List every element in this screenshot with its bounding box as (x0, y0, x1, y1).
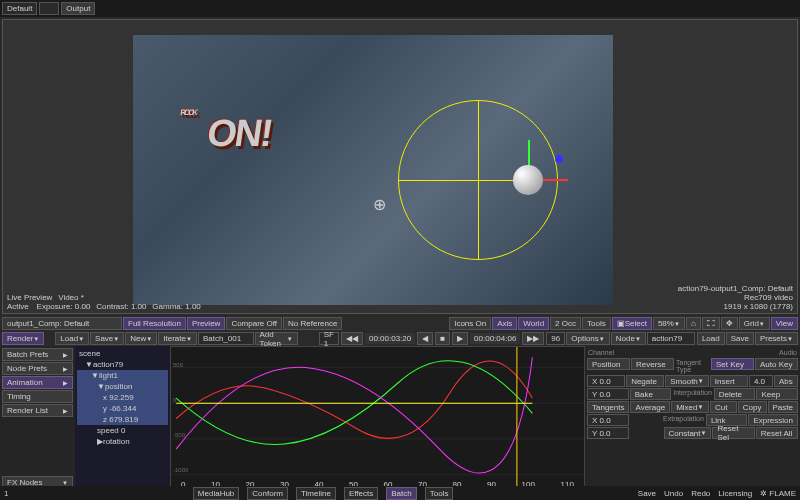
pan-button[interactable]: ✥ (721, 317, 738, 330)
load2-button[interactable]: Load (697, 332, 725, 345)
constant-button[interactable]: Constant▼ (664, 427, 712, 439)
redo-link[interactable]: Redo (691, 489, 710, 498)
smooth-button[interactable]: Smooth▼ (665, 375, 709, 387)
x2-field[interactable]: X 0.0 (587, 414, 629, 426)
default-dropdown[interactable]: Default (2, 2, 37, 15)
grid-button[interactable]: Grid ▼ (739, 317, 770, 330)
preview-button[interactable]: Preview (187, 317, 225, 330)
tree-y[interactable]: y -66.344 (77, 403, 168, 414)
x-field[interactable]: X 0.0 (587, 375, 625, 387)
save-button[interactable]: Save ▼ (90, 332, 124, 345)
select-button[interactable]: ▣ Select (612, 317, 652, 330)
undo-link[interactable]: Undo (664, 489, 683, 498)
action-name[interactable]: action79 (647, 332, 695, 345)
tree-rotation[interactable]: ▶rotation (77, 436, 168, 447)
tree-position[interactable]: ▼position (77, 381, 168, 392)
play-icon: ▶ (457, 334, 463, 343)
mixed-button[interactable]: Mixed▼ (671, 401, 709, 413)
node-button[interactable]: Node ▼ (611, 332, 646, 345)
average-button[interactable]: Average (630, 401, 670, 413)
y2-field[interactable]: Y 0.0 (587, 427, 629, 439)
effects-tab[interactable]: Effects (344, 487, 378, 500)
tangents-button[interactable]: Tangents (587, 401, 629, 413)
light-gizmo[interactable] (393, 95, 563, 265)
pan-icon: ✥ (726, 319, 733, 328)
negate-button[interactable]: Negate (626, 375, 664, 387)
tree-x[interactable]: x 92.259 (77, 392, 168, 403)
sf-field[interactable]: SF 1 (319, 332, 339, 345)
options-button[interactable]: Options ▼ (566, 332, 610, 345)
occ-button[interactable]: 2 Occ (550, 317, 581, 330)
position-button[interactable]: Position (587, 358, 630, 370)
reverse-button[interactable]: Reverse (631, 358, 674, 370)
footer: 1 MediaHub Conform Timeline Effects Batc… (0, 486, 800, 500)
viewport[interactable]: ROCK ON! ⊕ Live Preview Video * Active E… (2, 19, 798, 314)
output-button[interactable]: Output (61, 2, 95, 15)
fit-button[interactable]: ⛶ (702, 317, 720, 330)
view-button[interactable]: View (771, 317, 798, 330)
tree-z[interactable]: z 679.819 (77, 414, 168, 425)
save2-button[interactable]: Save (726, 332, 754, 345)
animation-button[interactable]: Animation▶ (2, 376, 73, 389)
iterate-button[interactable]: Iterate ▼ (158, 332, 197, 345)
presets-button[interactable]: Presets ▼ (755, 332, 798, 345)
tree-light[interactable]: ▼light1 (77, 370, 168, 381)
curve-editor[interactable]: 500 0 -500 -1000 01020304050607080901001… (170, 346, 585, 491)
zoom-pct[interactable]: 58% ▼ (653, 317, 685, 330)
play-rev-button[interactable]: ◀ (417, 332, 433, 345)
stop-button[interactable]: ■ (435, 332, 450, 345)
icons-button[interactable]: Icons On (449, 317, 491, 330)
resetsel-button[interactable]: Reset Sel (712, 427, 754, 439)
keep-button[interactable]: Keep (756, 388, 798, 400)
timecode-start[interactable]: 00:00:03:20 (365, 333, 415, 344)
licensing-link[interactable]: Licensing (718, 489, 752, 498)
home-button[interactable]: ⌂ (686, 317, 701, 330)
setkey-button[interactable]: Set Key (711, 358, 754, 370)
copy-button[interactable]: Copy (738, 401, 767, 413)
n40-field[interactable]: 4.0 (749, 375, 773, 387)
noref-button[interactable]: No Reference (283, 317, 342, 330)
expression-button[interactable]: Expression (748, 414, 798, 426)
resetall-button[interactable]: Reset All (756, 427, 798, 439)
nodeprefs-button[interactable]: Node Prefs▶ (2, 362, 73, 375)
abs-button[interactable]: Abs (774, 375, 798, 387)
conform-tab[interactable]: Conform (247, 487, 288, 500)
load-button[interactable]: Load ▼ (55, 332, 89, 345)
renderlist-button[interactable]: Render List▶ (2, 404, 73, 417)
compare-button[interactable]: Compare Off (226, 317, 282, 330)
batchprefs-button[interactable]: Batch Prefs▶ (2, 348, 73, 361)
render-button[interactable]: Render ▼ (2, 332, 44, 345)
batch-tab[interactable]: Batch (386, 487, 416, 500)
frame-field[interactable]: 96 (546, 332, 565, 345)
tree-scene[interactable]: scene (77, 348, 168, 359)
timecode-current[interactable]: 00:00:04:06 (470, 333, 520, 344)
delete-button[interactable]: Delete (714, 388, 756, 400)
tree-action[interactable]: ▼action79 (77, 359, 168, 370)
fullres-button[interactable]: Full Resolution (123, 317, 186, 330)
save-link[interactable]: Save (638, 489, 656, 498)
prev-key-button[interactable]: ◀◀ (341, 332, 363, 345)
new-button[interactable]: New ▼ (125, 332, 157, 345)
timing-button[interactable]: Timing (2, 390, 73, 403)
timeline-tab[interactable]: Timeline (296, 487, 336, 500)
insert-button[interactable]: Insert (710, 375, 748, 387)
tools-tab[interactable]: Tools (425, 487, 454, 500)
mediahub-tab[interactable]: MediaHub (193, 487, 239, 500)
output-name[interactable]: output1_Comp: Default (2, 317, 122, 330)
next-key-button[interactable]: ▶▶ (522, 332, 544, 345)
blank-slot[interactable] (39, 2, 59, 15)
channel-tree[interactable]: scene ▼action79 ▼light1 ▼position x 92.2… (75, 346, 170, 491)
play-rev-icon: ◀ (422, 334, 428, 343)
tools-button[interactable]: Tools (582, 317, 611, 330)
world-button[interactable]: World (518, 317, 549, 330)
axis-button[interactable]: Axis (492, 317, 517, 330)
addtoken-button[interactable]: Add Token ▼ (255, 332, 298, 345)
autokey-button[interactable]: Auto Key (755, 358, 798, 370)
tree-speed[interactable]: speed 0 (77, 425, 168, 436)
batch-name-input[interactable]: Batch_001 (198, 332, 254, 345)
bake-button[interactable]: Bake (630, 388, 672, 400)
cut-button[interactable]: Cut (710, 401, 737, 413)
paste-button[interactable]: Paste (768, 401, 798, 413)
y-field[interactable]: Y 0.0 (587, 388, 629, 400)
play-button[interactable]: ▶ (452, 332, 468, 345)
